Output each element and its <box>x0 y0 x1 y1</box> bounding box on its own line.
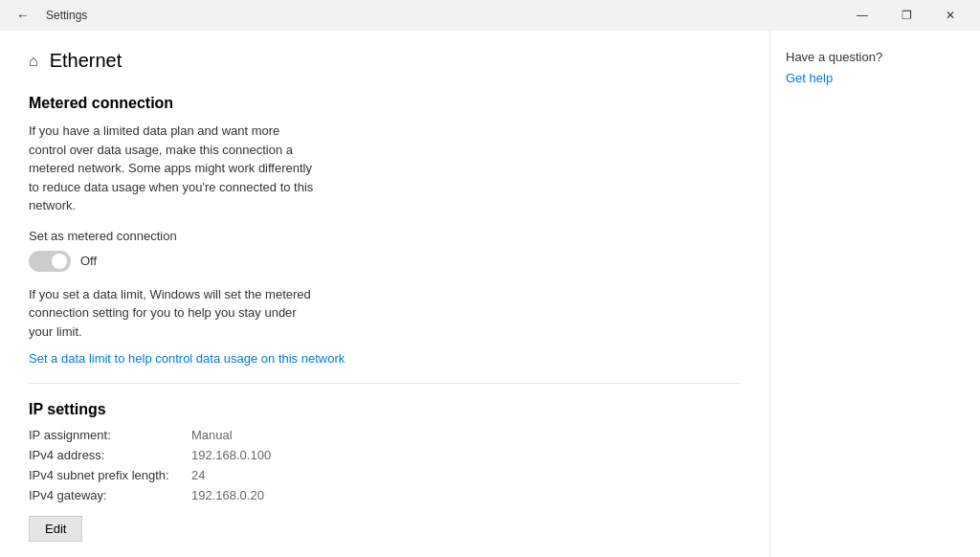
divider-1 <box>29 383 741 384</box>
back-button[interactable]: ← <box>8 0 38 31</box>
page-header: ⌂ Ethernet <box>29 50 741 72</box>
title-bar-left: ← Settings <box>8 0 87 31</box>
edit-button[interactable]: Edit <box>29 516 82 542</box>
set-metered-label: Set as metered connection <box>29 229 741 243</box>
main-layout: ⌂ Ethernet Metered connection If you hav… <box>0 31 980 557</box>
ip-value-3: 192.168.0.20 <box>191 488 264 502</box>
ip-value-2: 24 <box>191 468 205 482</box>
ip-label-3: IPv4 gateway: <box>29 488 191 502</box>
ip-label-2: IPv4 subnet prefix length: <box>29 468 191 482</box>
ip-label-1: IPv4 address: <box>29 448 191 462</box>
ip-settings-title: IP settings <box>29 401 741 418</box>
ip-row-0: IP assignment: Manual <box>29 428 741 442</box>
data-limit-description: If you set a data limit, Windows will se… <box>29 285 316 342</box>
title-bar-controls: — ❐ ✕ <box>840 0 972 31</box>
maximize-button[interactable]: ❐ <box>884 0 928 31</box>
close-button[interactable]: ✕ <box>928 0 972 31</box>
metered-connection-title: Metered connection <box>29 95 741 112</box>
toggle-row: Off <box>29 251 741 272</box>
title-bar: ← Settings — ❐ ✕ <box>0 0 980 31</box>
toggle-state-label: Off <box>80 254 97 268</box>
page-title: Ethernet <box>50 50 122 72</box>
metered-connection-section: Metered connection If you have a limited… <box>29 95 741 366</box>
set-data-limit-link[interactable]: Set a data limit to help control data us… <box>29 351 345 366</box>
ip-label-0: IP assignment: <box>29 428 191 442</box>
minimize-button[interactable]: — <box>840 0 884 31</box>
window-title: Settings <box>46 9 87 22</box>
help-question-title: Have a question? <box>786 50 965 64</box>
right-sidebar: Have a question? Get help <box>769 31 980 557</box>
ip-value-1: 192.168.0.100 <box>191 448 271 462</box>
ip-row-3: IPv4 gateway: 192.168.0.20 <box>29 488 741 502</box>
home-icon[interactable]: ⌂ <box>29 53 38 70</box>
ip-row-2: IPv4 subnet prefix length: 24 <box>29 468 741 482</box>
metered-connection-description: If you have a limited data plan and want… <box>29 122 316 215</box>
metered-toggle[interactable] <box>29 251 71 272</box>
ip-value-0: Manual <box>191 428 233 442</box>
get-help-link[interactable]: Get help <box>786 71 833 85</box>
toggle-thumb <box>52 254 67 269</box>
content-area: ⌂ Ethernet Metered connection If you hav… <box>0 31 769 557</box>
ip-settings-section: IP settings IP assignment: Manual IPv4 a… <box>29 401 741 542</box>
ip-row-1: IPv4 address: 192.168.0.100 <box>29 448 741 462</box>
